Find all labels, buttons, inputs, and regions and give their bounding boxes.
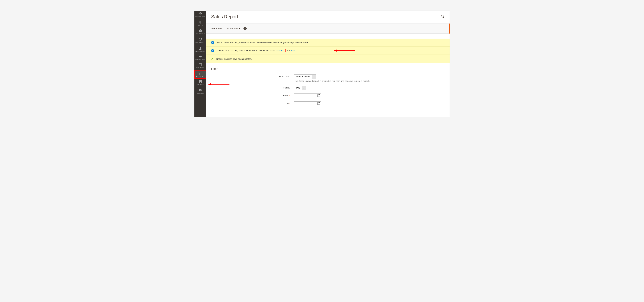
sidebar-item-label: DASHBOARD xyxy=(195,16,206,17)
sidebar-item-products[interactable]: PRODUCTS xyxy=(194,28,206,36)
scope-bar: Store View: All Websites ? xyxy=(206,23,450,33)
calendar-icon[interactable] xyxy=(317,102,320,106)
svg-rect-27 xyxy=(319,102,320,103)
sidebar-item-sales[interactable]: $ SALES xyxy=(194,19,206,28)
to-label: To* xyxy=(206,101,294,105)
svg-rect-22 xyxy=(318,94,318,95)
from-label: From* xyxy=(206,94,294,97)
info-icon: i xyxy=(211,49,214,52)
sidebar-item-label: PRODUCTS xyxy=(196,33,205,35)
calendar-icon[interactable] xyxy=(317,94,320,98)
message-success: ✔ Recent statistics have been updated. xyxy=(206,55,450,63)
megaphone-icon xyxy=(199,55,202,58)
period-select[interactable]: Day xyxy=(294,86,306,90)
message-text: Recent statistics have been updated. xyxy=(216,58,252,60)
sidebar-item-marketing[interactable]: MARKETING xyxy=(194,54,206,62)
svg-rect-24 xyxy=(318,103,320,105)
sidebar-item-label: CUSTOMERS xyxy=(195,50,206,52)
message-info-timezone: i For accurate reporting, be sure to ref… xyxy=(206,39,450,47)
svg-marker-5 xyxy=(199,38,202,41)
to-date-input[interactable] xyxy=(294,101,321,106)
field-to: To* xyxy=(206,101,450,106)
svg-rect-12 xyxy=(201,74,201,75)
date-used-select[interactable]: Order Created xyxy=(294,74,316,79)
svg-rect-11 xyxy=(200,72,200,75)
chevron-down-icon xyxy=(302,86,306,90)
svg-rect-20 xyxy=(318,95,320,97)
storefront-icon xyxy=(199,80,202,83)
svg-marker-1 xyxy=(208,83,211,85)
sidebar-item-label: SALES xyxy=(198,24,203,26)
gear-icon xyxy=(199,89,202,92)
main-content: Sales Report Store View: All Websites ? … xyxy=(206,11,450,117)
filter-heading: Filter xyxy=(211,67,450,71)
sidebar-item-label: SYSTEM xyxy=(197,92,204,94)
svg-marker-19 xyxy=(334,49,336,52)
help-icon[interactable]: ? xyxy=(244,27,247,30)
sidebar-item-label: CONTENT xyxy=(196,67,204,69)
annotation-arrow-reports xyxy=(208,83,230,86)
bars-icon xyxy=(199,72,202,75)
sidebar-item-dashboard[interactable]: DASHBOARD xyxy=(194,11,206,19)
search-button[interactable] xyxy=(440,14,444,19)
annotation-arrow-here xyxy=(334,49,355,52)
period-label: Period xyxy=(206,86,294,89)
message-text: Last updated: Mar 14, 2016 6:58:52 AM. T… xyxy=(217,49,296,52)
hexagon-icon xyxy=(199,38,202,41)
messages: i For accurate reporting, be sure to ref… xyxy=(206,39,450,63)
svg-point-6 xyxy=(200,47,201,48)
field-from: From* xyxy=(206,94,450,98)
svg-point-16 xyxy=(441,15,444,17)
page-title: Sales Report xyxy=(211,14,238,19)
gauge-icon xyxy=(198,12,202,15)
admin-window: DASHBOARD $ SALES PRODUCTS MEGAMENU CUST… xyxy=(194,11,450,117)
svg-rect-23 xyxy=(319,94,320,95)
search-icon xyxy=(440,14,444,18)
store-view-selector[interactable]: All Websites xyxy=(226,27,240,30)
svg-text:$: $ xyxy=(199,20,201,24)
dollar-icon: $ xyxy=(199,20,202,24)
message-text: For accurate reporting, be sure to refre… xyxy=(217,41,308,44)
check-icon: ✔ xyxy=(211,57,214,61)
sidebar-item-label: REPORTS xyxy=(196,75,204,77)
sidebar-item-label: MEGAMENU xyxy=(196,42,205,43)
svg-rect-10 xyxy=(199,73,200,75)
box-icon xyxy=(199,29,202,32)
scope-label: Store View: xyxy=(211,27,223,30)
refresh-here-link[interactable]: here xyxy=(290,49,295,52)
svg-rect-26 xyxy=(318,102,318,103)
layout-icon xyxy=(199,63,202,66)
svg-rect-7 xyxy=(199,64,202,66)
sidebar: DASHBOARD $ SALES PRODUCTS MEGAMENU CUST… xyxy=(194,11,206,117)
date-used-label: Date Used xyxy=(206,74,294,78)
message-info-lastupdated: i Last updated: Mar 14, 2016 6:58:52 AM.… xyxy=(206,47,450,55)
chevron-down-icon xyxy=(312,75,316,79)
sidebar-item-label: MARKETING xyxy=(196,58,205,60)
svg-point-15 xyxy=(200,90,201,91)
sidebar-item-customers[interactable]: CUSTOMERS xyxy=(194,45,206,54)
svg-rect-13 xyxy=(200,82,201,83)
sidebar-item-content[interactable]: CONTENT xyxy=(194,62,206,70)
sidebar-item-stores[interactable]: STORES xyxy=(194,79,206,87)
field-period: Period Day xyxy=(206,86,450,90)
svg-line-17 xyxy=(443,17,444,18)
sidebar-item-reports[interactable]: REPORTS xyxy=(194,70,206,79)
sidebar-item-label: STORES xyxy=(197,84,204,86)
sidebar-item-system[interactable]: SYSTEM xyxy=(194,87,206,95)
annotation-highlight-box: click here. xyxy=(285,49,296,52)
sidebar-item-megamenu[interactable]: MEGAMENU xyxy=(194,36,206,45)
person-icon xyxy=(199,46,202,50)
date-used-note: The Order Updated report is created in r… xyxy=(294,80,370,82)
info-icon: i xyxy=(211,41,214,44)
from-date-input[interactable] xyxy=(294,94,321,98)
page-header: Sales Report xyxy=(206,11,450,21)
statistics-link[interactable]: statistics xyxy=(276,49,284,52)
field-date-used: Date Used Order Created The Order Update… xyxy=(206,74,450,82)
